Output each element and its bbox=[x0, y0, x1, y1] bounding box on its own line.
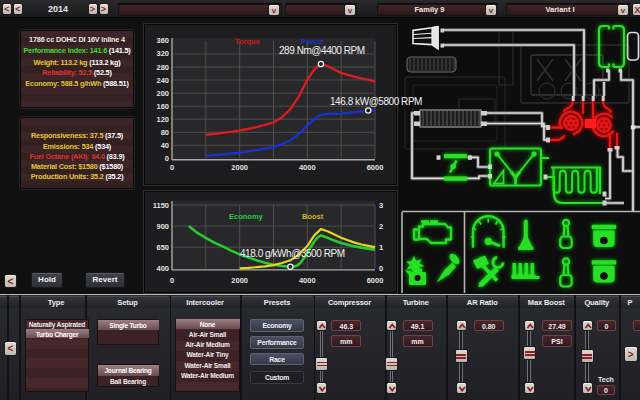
svg-text:120: 120 bbox=[156, 115, 169, 124]
svg-text:280: 280 bbox=[156, 63, 169, 72]
svg-text:6000: 6000 bbox=[367, 163, 384, 172]
svg-text:160: 160 bbox=[156, 102, 169, 111]
svg-text:0: 0 bbox=[170, 276, 174, 285]
svg-text:0: 0 bbox=[379, 264, 383, 273]
svg-text:0: 0 bbox=[165, 154, 169, 163]
svg-text:2: 2 bbox=[379, 222, 383, 231]
svg-text:400: 400 bbox=[156, 264, 169, 273]
svg-text:Economy: Economy bbox=[229, 212, 264, 221]
svg-text:200: 200 bbox=[156, 89, 169, 98]
svg-text:3: 3 bbox=[379, 201, 383, 210]
svg-text:4000: 4000 bbox=[299, 163, 316, 172]
svg-text:320: 320 bbox=[156, 49, 169, 58]
svg-text:1150: 1150 bbox=[153, 201, 169, 210]
svg-text:0: 0 bbox=[170, 163, 174, 172]
svg-text:900: 900 bbox=[156, 222, 169, 231]
svg-text:1: 1 bbox=[379, 243, 383, 252]
svg-text:Torque: Torque bbox=[235, 37, 260, 46]
svg-text:240: 240 bbox=[156, 76, 169, 85]
svg-text:4000: 4000 bbox=[299, 276, 316, 285]
svg-text:80: 80 bbox=[161, 128, 169, 137]
svg-text:360: 360 bbox=[156, 36, 169, 45]
svg-text:2000: 2000 bbox=[231, 276, 248, 285]
svg-text:650: 650 bbox=[156, 243, 169, 252]
svg-text:Boost: Boost bbox=[302, 212, 324, 221]
svg-text:6000: 6000 bbox=[367, 276, 384, 285]
svg-text:2000: 2000 bbox=[231, 163, 248, 172]
svg-text:40: 40 bbox=[161, 141, 169, 150]
